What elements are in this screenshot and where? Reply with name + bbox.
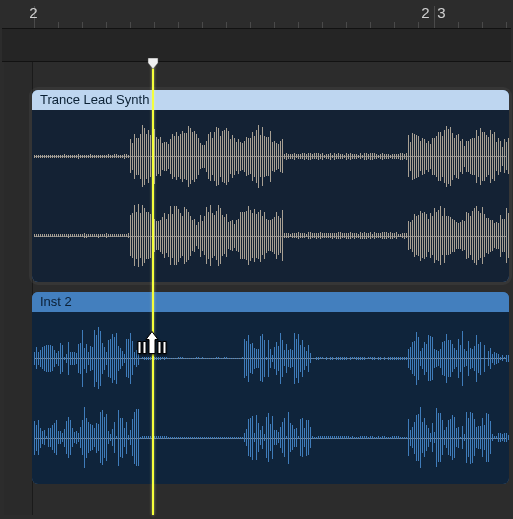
- ruler-tick-minor: [322, 22, 323, 28]
- ruler-tick-minor: [394, 22, 395, 28]
- track-lane-1[interactable]: Trance Lead Synth: [32, 90, 509, 282]
- ruler-number: 2: [421, 4, 430, 21]
- tracks-area: Trance Lead Synth Inst 2: [4, 62, 509, 515]
- tracks-gutter: [4, 62, 33, 515]
- region-name-label: Inst 2: [32, 292, 509, 312]
- ruler-tick-minor: [178, 22, 179, 28]
- ruler-tick-minor: [418, 22, 419, 28]
- timeline-ruler[interactable]: 223: [2, 2, 511, 29]
- ruler-tick-minor: [482, 22, 483, 28]
- ruler-tick-minor: [274, 22, 275, 28]
- waveform-channel-left: [34, 322, 507, 394]
- waveform-channel-right: [34, 199, 507, 271]
- region-name-label: Trance Lead Synth: [32, 90, 509, 110]
- audio-region-inst2[interactable]: Inst 2: [32, 292, 509, 484]
- ruler-tick-minor: [154, 22, 155, 28]
- ruler-tick-minor: [202, 22, 203, 28]
- ruler-number: 2: [29, 4, 38, 21]
- ruler-tick-minor: [106, 22, 107, 28]
- ruler-tick-minor: [250, 22, 251, 28]
- timeline-subruler[interactable]: [2, 29, 511, 62]
- ruler-tick-minor: [298, 22, 299, 28]
- ruler-tick-minor: [82, 22, 83, 28]
- ruler-tick-minor: [506, 22, 507, 28]
- ruler-tick-minor: [130, 22, 131, 28]
- ruler-tick-minor: [370, 22, 371, 28]
- waveform-channel-right: [34, 401, 507, 473]
- ruler-tick-minor: [226, 22, 227, 28]
- ruler-tick-minor: [58, 22, 59, 28]
- ruler-tick-major: [434, 6, 435, 28]
- ruler-tick-minor: [346, 22, 347, 28]
- ruler-number: 3: [437, 4, 446, 21]
- audio-region-trance-lead[interactable]: Trance Lead Synth: [32, 90, 509, 282]
- region-waveform-area[interactable]: [32, 312, 509, 484]
- waveform-channel-left: [34, 120, 507, 192]
- track-lane-2[interactable]: Inst 2: [32, 292, 509, 484]
- ruler-tick-minor: [458, 22, 459, 28]
- region-waveform-area[interactable]: [32, 110, 509, 282]
